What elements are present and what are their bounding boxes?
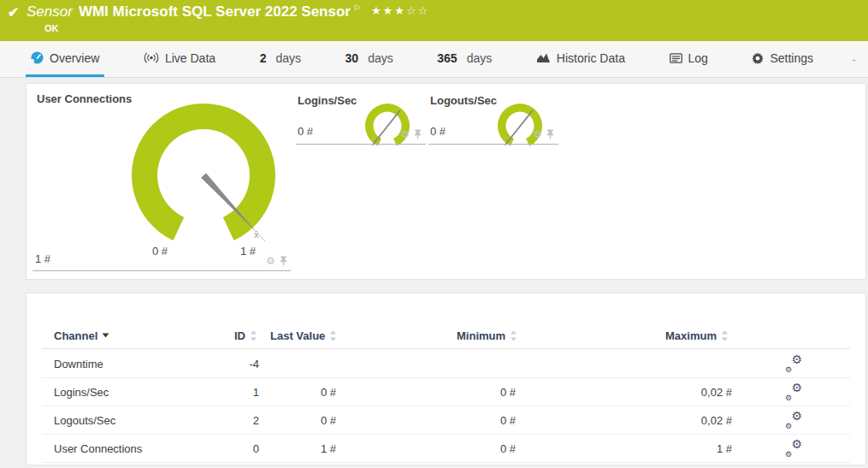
area-chart-icon <box>536 52 551 63</box>
tile-divider <box>32 270 291 271</box>
channel-minimum: 0 # <box>411 435 516 463</box>
tab-unit: days <box>275 51 301 65</box>
column-header-maximum[interactable]: Maximum <box>665 328 729 343</box>
tab-label: Settings <box>770 51 813 65</box>
channel-minimum: 0 # <box>411 406 516 435</box>
channel-minimum <box>411 350 516 378</box>
gear-icon[interactable]: ⚙ <box>266 256 275 266</box>
broadcast-icon <box>144 52 159 63</box>
tab-number: 2 <box>260 51 267 65</box>
channel-maximum <box>621 350 732 378</box>
pin-icon[interactable] <box>546 129 554 139</box>
header-label: Last Value <box>270 329 325 342</box>
sort-icon <box>510 330 517 341</box>
gauge-tile-controls: ⚙ <box>400 129 422 139</box>
logouts-sec-gauge <box>494 101 549 152</box>
tab-label: Historic Data <box>557 51 625 65</box>
tab-number: 365 <box>437 51 457 65</box>
channel-minimum: 0 # <box>411 378 516 406</box>
pin-icon[interactable] <box>280 256 287 266</box>
channel-settings-icon[interactable]: ⚙⚙ <box>779 406 808 435</box>
header-label: ID <box>234 329 245 342</box>
object-kind-label: Sensor <box>27 3 73 21</box>
table-row: Logins/Sec 1 0 # 0 # 0,02 # ⚙⚙ <box>27 378 867 406</box>
user-connections-gauge <box>121 97 292 242</box>
tab-unit: days <box>368 51 393 65</box>
gauge-scale-min: 0 # <box>143 245 177 258</box>
header-divider <box>42 348 850 349</box>
status-badge: OK <box>44 23 59 33</box>
column-header-last-value[interactable]: Last Value <box>270 328 337 343</box>
gauge-title-logouts-sec: Logouts/Sec <box>430 94 497 107</box>
channel-last-value: 0 # <box>240 406 336 435</box>
tab-365-days[interactable]: 365days <box>432 41 497 77</box>
channel-settings-icon[interactable]: ⚙⚙ <box>779 435 808 463</box>
logins-sec-gauge <box>362 101 416 152</box>
channel-last-value: 0 # <box>240 378 336 406</box>
tab-overflow-indicator: - <box>853 53 856 66</box>
header-label: Channel <box>54 329 97 342</box>
row-divider <box>42 462 850 463</box>
tab-number: 30 <box>345 51 359 65</box>
gauge-icon <box>31 51 44 64</box>
channel-maximum: 1 # <box>621 435 732 463</box>
mean-marker: x̄ <box>254 229 259 240</box>
channel-name: Logins/Sec <box>54 378 109 406</box>
tab-settings[interactable]: Settings <box>747 41 818 77</box>
channel-last-value <box>240 350 336 378</box>
header-label: Minimum <box>457 329 505 342</box>
gauge-scale-max: 1 # <box>231 245 265 258</box>
sensor-header: ✔ Sensor WMI Microsoft SQL Server 2022 S… <box>0 0 868 41</box>
pin-icon[interactable] <box>414 129 422 139</box>
gauges-panel: User Connections x̄ 0 # 1 # 1 # ⚙ Logins… <box>26 83 866 280</box>
status-check-icon: ✔ <box>8 4 19 21</box>
log-icon <box>670 53 682 63</box>
tile-divider <box>296 144 426 145</box>
table-row: User Connections 0 1 # 0 # 1 # ⚙⚙ <box>27 435 867 463</box>
gauge-tile-controls: ⚙ <box>266 256 287 266</box>
gauge-title-logins-sec: Logins/Sec <box>298 94 357 107</box>
tab-30-days[interactable]: 30days <box>340 41 399 77</box>
tab-live-data[interactable]: Live Data <box>139 41 221 77</box>
channel-maximum: 0,02 # <box>621 406 732 435</box>
header-label: Maximum <box>665 329 717 342</box>
column-header-channel[interactable]: Channel <box>54 328 109 343</box>
page-title: WMI Microsoft SQL Server 2022 Sensor <box>79 3 351 21</box>
sort-desc-icon <box>102 333 109 338</box>
tab-label: Log <box>688 51 708 65</box>
priority-star-rating[interactable]: ★★★☆☆ <box>371 4 429 17</box>
gear-icon <box>752 52 764 64</box>
sort-icon <box>250 330 257 341</box>
channel-last-value: 1 # <box>240 435 336 463</box>
channel-name: Logouts/Sec <box>54 406 115 435</box>
table-row: Downtime -4 ⚙⚙ <box>27 350 867 378</box>
gauge-current-value: 0 # <box>430 125 446 138</box>
sort-icon <box>721 330 729 341</box>
tab-2-days[interactable]: 2days <box>255 41 306 77</box>
table-row: Logouts/Sec 2 0 # 0 # 0,02 # ⚙⚙ <box>27 406 867 435</box>
tab-log[interactable]: Log <box>664 41 713 77</box>
gauge-tile-controls: ⚙ <box>533 129 554 139</box>
channel-settings-icon[interactable]: ⚙⚙ <box>779 378 808 406</box>
channel-maximum: 0,02 # <box>621 378 732 406</box>
gauge-title-user-connections: User Connections <box>37 92 132 105</box>
channel-settings-icon[interactable]: ⚙⚙ <box>779 350 808 378</box>
gauge-current-value: 0 # <box>298 125 313 138</box>
tab-bar: Overview Live Data 2days 30days 365days … <box>0 41 868 78</box>
channels-panel: Channel ID Last Value Minimum Maximum Do… <box>26 293 866 465</box>
content-area: User Connections x̄ 0 # 1 # 1 # ⚙ Logins… <box>0 78 868 465</box>
column-header-minimum[interactable]: Minimum <box>457 328 517 343</box>
gauge-current-value: 1 # <box>35 252 50 265</box>
flag-icon[interactable]: ⚐ <box>353 3 361 13</box>
tab-overview[interactable]: Overview <box>26 41 104 77</box>
tab-label: Overview <box>50 51 99 65</box>
channel-name: User Connections <box>54 435 142 463</box>
gear-icon[interactable]: ⚙ <box>533 129 542 139</box>
gear-icon[interactable]: ⚙ <box>400 129 410 139</box>
column-header-id[interactable]: ID <box>198 328 257 343</box>
tab-label: Live Data <box>165 51 216 65</box>
sort-icon <box>329 330 337 341</box>
channel-name: Downtime <box>54 350 103 378</box>
tab-historic-data[interactable]: Historic Data <box>531 41 630 77</box>
tab-unit: days <box>467 51 493 65</box>
